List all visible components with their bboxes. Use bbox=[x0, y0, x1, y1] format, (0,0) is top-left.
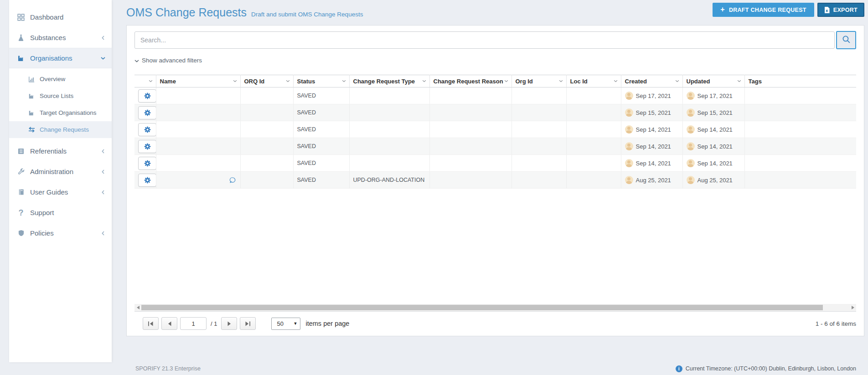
status-cell: SAVED bbox=[293, 104, 349, 121]
row-settings-button[interactable] bbox=[138, 106, 156, 119]
horizontal-scrollbar[interactable] bbox=[134, 304, 856, 311]
column-header-name[interactable]: Name bbox=[156, 75, 240, 87]
user-avatar bbox=[625, 159, 633, 167]
sidebar-item-target-organisations[interactable]: Target Organisations bbox=[9, 104, 112, 121]
sidebar-item-label: Support bbox=[30, 209, 105, 216]
scroll-right-arrow[interactable] bbox=[849, 304, 856, 311]
column-header-change-request-type[interactable]: Change Request Type bbox=[349, 75, 429, 87]
column-header-org-id[interactable]: Org Id bbox=[512, 75, 566, 87]
chevron-left-icon bbox=[102, 36, 104, 40]
scroll-left-arrow[interactable] bbox=[134, 304, 141, 311]
column-header-created[interactable]: Created bbox=[621, 75, 682, 87]
column-menu-icon[interactable] bbox=[504, 80, 508, 82]
column-header-status[interactable]: Status bbox=[293, 75, 349, 87]
row-settings-button[interactable] bbox=[138, 157, 156, 170]
row-settings-button[interactable] bbox=[138, 123, 156, 136]
first-page-button[interactable] bbox=[143, 317, 159, 330]
sidebar-item-administration[interactable]: Administration bbox=[9, 161, 112, 182]
sidebar-item-source-lists[interactable]: Source Lists bbox=[9, 87, 112, 104]
chevron-left-icon bbox=[102, 231, 104, 236]
sidebar-item-support[interactable]: ? Support bbox=[9, 202, 112, 223]
column-menu-icon[interactable] bbox=[737, 80, 741, 82]
column-menu-icon[interactable] bbox=[233, 80, 237, 82]
search-button[interactable] bbox=[836, 31, 856, 49]
exchange-arrows-icon bbox=[27, 127, 36, 133]
user-avatar bbox=[687, 92, 695, 100]
sidebar-item-organisations[interactable]: Organisations bbox=[9, 48, 112, 68]
updated-date: Sep 14, 2021 bbox=[698, 160, 733, 167]
content-card: Show advanced filters Name bbox=[126, 25, 864, 336]
created-date: Sep 15, 2021 bbox=[636, 109, 671, 116]
table-row[interactable]: SAVED Sep 17, 2021 Sep 17, 2021 bbox=[134, 87, 856, 104]
draft-change-request-button[interactable]: + DRAFT CHANGE REQUEST bbox=[713, 3, 814, 17]
factory-icon bbox=[27, 110, 36, 116]
next-page-button[interactable] bbox=[221, 317, 237, 330]
table-row[interactable]: SAVED Sep 15, 2021 Sep 15, 2021 bbox=[134, 104, 856, 121]
column-header-loc-id[interactable]: Loc Id bbox=[566, 75, 621, 87]
column-menu-icon[interactable] bbox=[422, 80, 426, 82]
comment-bubble-icon[interactable] bbox=[229, 177, 236, 184]
change-requests-grid: Name ORQ Id Status Change Request Type bbox=[134, 75, 856, 335]
sidebar-item-referentials[interactable]: Referentials bbox=[9, 141, 112, 161]
created-date: Sep 17, 2021 bbox=[636, 92, 671, 99]
column-menu-icon[interactable] bbox=[614, 80, 618, 82]
name-cell bbox=[156, 87, 240, 104]
updated-date: Aug 25, 2021 bbox=[698, 177, 733, 184]
row-settings-button[interactable] bbox=[138, 140, 156, 153]
sidebar-nav: Dashboard Substances Organisations bbox=[9, 0, 112, 243]
user-avatar bbox=[625, 142, 633, 150]
column-header-actions[interactable] bbox=[134, 75, 156, 87]
row-settings-button[interactable] bbox=[138, 89, 156, 103]
column-header-change-request-reason[interactable]: Change Request Reason bbox=[429, 75, 512, 87]
search-icon bbox=[842, 35, 851, 45]
user-avatar bbox=[687, 159, 695, 167]
sidebar-item-overview[interactable]: Overview bbox=[9, 71, 112, 87]
column-menu-icon[interactable] bbox=[559, 80, 563, 82]
sidebar: Dashboard Substances Organisations bbox=[9, 0, 112, 362]
column-menu-icon[interactable] bbox=[286, 80, 290, 82]
export-button[interactable]: EXPORT bbox=[817, 3, 864, 17]
show-advanced-filters-toggle[interactable]: Show advanced filters bbox=[134, 57, 202, 64]
sidebar-item-label: Dashboard bbox=[30, 13, 105, 21]
wrench-icon bbox=[16, 168, 26, 175]
column-menu-icon[interactable] bbox=[675, 80, 679, 82]
sidebar-item-label: Substances bbox=[30, 34, 101, 41]
column-menu-icon[interactable] bbox=[342, 80, 346, 82]
name-cell bbox=[156, 121, 240, 138]
user-avatar bbox=[687, 108, 695, 117]
sidebar-item-substances[interactable]: Substances bbox=[9, 27, 112, 48]
page-number-input[interactable] bbox=[180, 317, 207, 330]
user-avatar bbox=[687, 125, 695, 134]
last-page-button[interactable] bbox=[240, 317, 256, 330]
list-icon bbox=[16, 148, 26, 155]
factory-icon bbox=[27, 93, 36, 99]
updated-date: Sep 14, 2021 bbox=[698, 143, 733, 150]
column-header-orq-id[interactable]: ORQ Id bbox=[240, 75, 293, 87]
page-header: OMS Change Requests Draft and submit OMS… bbox=[126, 0, 864, 25]
change-requests-table: Name ORQ Id Status Change Request Type bbox=[134, 75, 856, 189]
scrollbar-thumb[interactable] bbox=[141, 305, 823, 310]
sidebar-item-user-guides[interactable]: User Guides bbox=[9, 182, 112, 202]
page-size-select[interactable]: 50 bbox=[271, 318, 300, 330]
chevron-down-icon bbox=[134, 57, 139, 64]
name-cell bbox=[156, 155, 240, 172]
column-header-tags[interactable]: Tags bbox=[744, 75, 856, 87]
question-mark-icon: ? bbox=[16, 209, 26, 217]
sidebar-item-dashboard[interactable]: Dashboard bbox=[9, 7, 112, 27]
sidebar-item-change-requests[interactable]: Change Requests bbox=[9, 121, 112, 138]
previous-page-button[interactable] bbox=[161, 317, 177, 330]
column-menu-icon[interactable] bbox=[149, 80, 153, 82]
organisations-submenu: Overview Source Lists Target Organisatio… bbox=[9, 68, 112, 141]
search-input[interactable] bbox=[134, 31, 835, 49]
sidebar-item-label: Referentials bbox=[30, 147, 101, 155]
created-date: Aug 25, 2021 bbox=[636, 177, 671, 184]
sidebar-item-policies[interactable]: Policies bbox=[9, 223, 112, 243]
status-cell: SAVED bbox=[293, 138, 349, 155]
table-row[interactable]: SAVED Sep 14, 2021 Sep 14, 2021 bbox=[134, 121, 856, 138]
table-row[interactable]: SAVED Sep 14, 2021 Sep 14, 2021 bbox=[134, 138, 856, 155]
status-cell: SAVED bbox=[293, 172, 349, 189]
column-header-updated[interactable]: Updated bbox=[682, 75, 744, 87]
row-settings-button[interactable] bbox=[138, 174, 156, 187]
table-row[interactable]: SAVED Sep 14, 2021 Sep 14, 2021 bbox=[134, 155, 856, 172]
table-row[interactable]: SAVED UPD-ORG-AND-LOCATION Aug 25, 2021 … bbox=[134, 172, 856, 189]
